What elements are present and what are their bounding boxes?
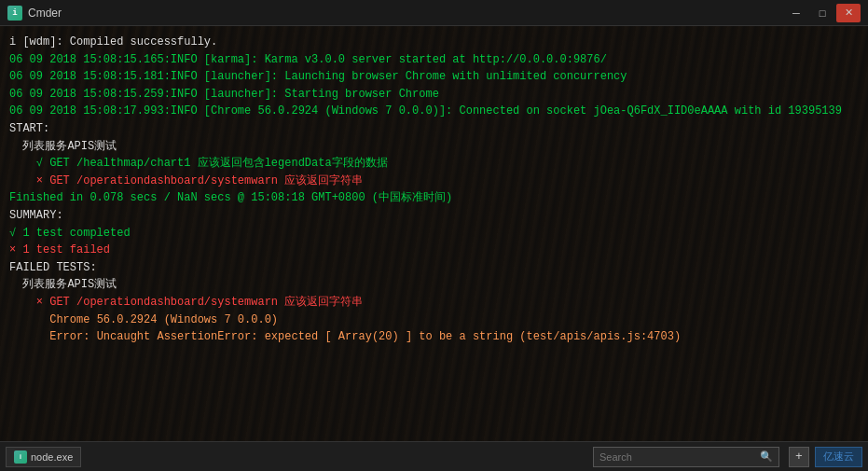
terminal-line: SUMMARY: [9, 207, 859, 225]
terminal-line: i [wdm]: Compiled successfully. [9, 34, 859, 51]
status-bar: i node.exe 🔍 + 亿速云 [0, 441, 868, 471]
terminal-content[interactable]: i [wdm]: Compiled successfully.06 09 201… [0, 26, 868, 441]
title-bar-left: i Cmder [7, 6, 62, 21]
cmder-icon: i [7, 6, 22, 21]
search-icon: 🔍 [760, 450, 773, 463]
process-label: i node.exe [6, 447, 81, 467]
title-bar: i Cmder ─ □ ✕ [0, 0, 868, 26]
terminal-line: 06 09 2018 15:08:15.181:INFO [launcher]:… [9, 68, 859, 86]
terminal-line: 06 09 2018 15:08:15.165:INFO [karma]: Ka… [9, 51, 859, 69]
terminal-line: Error: Uncaught AssertionError: expected… [9, 328, 859, 346]
terminal-line: 列表服务APIS测试 [9, 138, 859, 156]
terminal-line: × GET /operationdashboard/systemwarn 应该返… [9, 173, 859, 190]
terminal-line: FAILED TESTS: [9, 259, 859, 277]
terminal-line: × 1 test failed [9, 242, 859, 259]
add-button[interactable]: + [789, 447, 809, 467]
terminal-line: × GET /operationdashboard/systemwarn 应该返… [9, 294, 859, 312]
window-controls: ─ □ ✕ [784, 4, 861, 22]
brand-badge: 亿速云 [815, 447, 862, 467]
node-icon: i [14, 450, 27, 464]
maximize-button[interactable]: □ [810, 4, 834, 22]
terminal-container: i [wdm]: Compiled successfully.06 09 201… [0, 26, 868, 441]
terminal-line: 06 09 2018 15:08:17.993:INFO [Chrome 56.… [9, 103, 859, 120]
minimize-button[interactable]: ─ [784, 4, 808, 22]
terminal-line: Chrome 56.0.2924 (Windows 7 0.0.0) [9, 312, 859, 329]
terminal-line: Finished in 0.078 secs / NaN secs @ 15:0… [9, 189, 859, 207]
window-title: Cmder [28, 7, 62, 20]
search-input[interactable] [599, 451, 756, 463]
close-button[interactable]: ✕ [836, 4, 861, 22]
terminal-line: √ GET /healthmap/chart1 应该返回包含legendData… [9, 155, 859, 173]
brand-text: 亿速云 [823, 450, 854, 464]
search-box[interactable]: 🔍 [593, 447, 779, 467]
terminal-line: 列表服务APIS测试 [9, 276, 859, 294]
process-name: node.exe [31, 451, 73, 463]
terminal-line: START: [9, 120, 859, 138]
terminal-line: √ 1 test completed [9, 225, 859, 242]
status-right-controls: + [789, 447, 809, 467]
terminal-line: 06 09 2018 15:08:15.259:INFO [launcher]:… [9, 86, 859, 104]
